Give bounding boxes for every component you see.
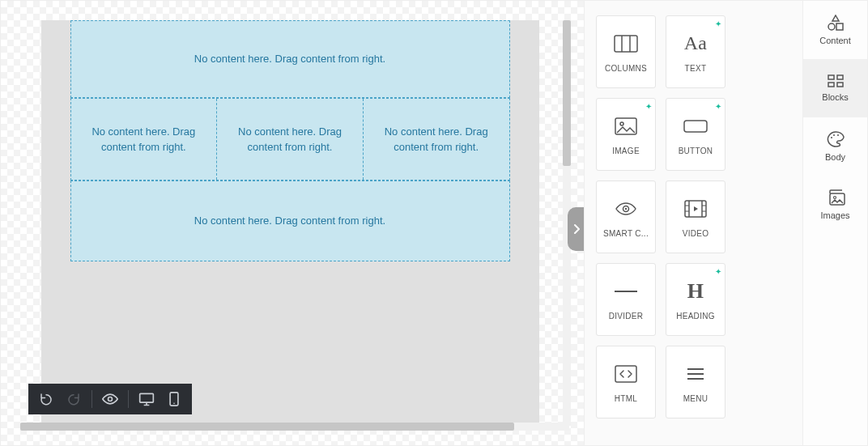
tile-html[interactable]: HTML xyxy=(596,346,656,418)
toolbar-separator xyxy=(91,390,92,408)
tile-label: IMAGE xyxy=(600,147,652,155)
svg-rect-26 xyxy=(828,75,834,79)
divider-icon xyxy=(614,279,638,304)
tab-label: Content xyxy=(819,36,851,45)
svg-rect-27 xyxy=(837,75,843,79)
text-icon: Aa xyxy=(684,32,708,56)
svg-rect-28 xyxy=(828,83,834,87)
horizontal-scrollbar[interactable] xyxy=(20,423,569,431)
drop-placeholder: No content here. Drag content from right… xyxy=(79,124,209,155)
tile-smart-content[interactable]: SMART C... xyxy=(596,181,656,253)
columns-icon xyxy=(614,32,638,56)
drop-placeholder: No content here. Drag content from right… xyxy=(225,124,355,155)
star-icon: ✦ xyxy=(715,102,721,111)
tile-label: SMART C... xyxy=(600,229,652,238)
drop-cell-3[interactable]: No content here. Drag content from right… xyxy=(363,99,509,180)
tile-label: COLUMNS xyxy=(600,64,652,73)
tab-content[interactable]: Content xyxy=(803,1,867,59)
drop-placeholder: No content here. Drag content from right… xyxy=(372,124,501,155)
bottom-toolbar xyxy=(28,384,192,414)
panel-collapse-handle[interactable] xyxy=(568,207,584,251)
content-panel: COLUMNS ✦ Aa TEXT ✦ IMAGE ✦ BUTTON SMART… xyxy=(584,1,802,445)
star-icon: ✦ xyxy=(645,102,652,111)
tab-label: Body xyxy=(825,152,845,162)
tile-divider[interactable]: DIVIDER xyxy=(596,263,656,336)
drop-row-1[interactable]: No content here. Drag content from right… xyxy=(70,20,510,98)
drop-cell-1[interactable]: No content here. Drag content from right… xyxy=(71,99,217,180)
undo-button[interactable] xyxy=(33,386,59,412)
undo-icon xyxy=(39,392,53,406)
scrollbar-thumb[interactable] xyxy=(563,20,571,166)
drop-placeholder: No content here. Drag content from right… xyxy=(194,213,385,229)
tile-image[interactable]: ✦ IMAGE xyxy=(596,98,656,171)
star-icon: ✦ xyxy=(715,19,721,28)
desktop-view-button[interactable] xyxy=(134,386,160,412)
sidebar-tabs: Content Blocks Body Images xyxy=(802,1,867,445)
heading-icon: H xyxy=(687,279,704,304)
drop-cell-2[interactable]: No content here. Drag content from right… xyxy=(216,99,363,180)
chevron-right-icon xyxy=(572,223,581,235)
canvas-scroll: No content here. Drag content from right… xyxy=(20,20,571,426)
button-icon xyxy=(683,114,708,138)
svg-point-0 xyxy=(108,397,113,401)
desktop-icon xyxy=(138,392,155,406)
tab-label: Images xyxy=(820,210,849,220)
tab-label: Blocks xyxy=(822,92,848,102)
tile-label: HEADING xyxy=(670,312,721,321)
eye-icon xyxy=(102,393,118,405)
tile-label: TEXT xyxy=(670,64,721,73)
tile-label: VIDEO xyxy=(670,229,721,238)
mobile-view-button[interactable] xyxy=(161,386,187,412)
canvas[interactable]: No content here. Drag content from right… xyxy=(41,20,539,426)
tab-blocks[interactable]: Blocks xyxy=(803,59,867,117)
scrollbar-thumb[interactable] xyxy=(20,423,514,431)
palette-icon xyxy=(827,131,845,147)
image-icon xyxy=(615,114,637,138)
svg-point-32 xyxy=(837,134,839,136)
svg-rect-20 xyxy=(615,366,636,382)
tile-menu[interactable]: MENU xyxy=(666,346,725,418)
svg-point-24 xyxy=(828,23,835,30)
menu-icon xyxy=(686,362,705,386)
tile-label: BUTTON xyxy=(670,147,721,155)
eye-gear-icon xyxy=(615,197,636,221)
tile-video[interactable]: VIDEO xyxy=(666,181,725,253)
svg-point-3 xyxy=(173,403,175,405)
svg-point-34 xyxy=(833,197,836,199)
drop-row-2: No content here. Drag content from right… xyxy=(70,98,510,181)
redo-icon xyxy=(66,392,81,406)
svg-point-8 xyxy=(620,122,623,125)
tile-text[interactable]: ✦ Aa TEXT xyxy=(666,15,725,88)
tab-body[interactable]: Body xyxy=(803,117,867,176)
toolbar-separator xyxy=(128,390,129,408)
grid-icon xyxy=(828,74,844,87)
svg-point-31 xyxy=(833,134,835,136)
tile-columns[interactable]: COLUMNS xyxy=(596,15,656,88)
canvas-area: No content here. Drag content from right… xyxy=(1,1,584,445)
shapes-icon xyxy=(827,15,845,31)
code-icon xyxy=(615,362,637,386)
svg-point-11 xyxy=(625,207,627,209)
svg-rect-25 xyxy=(836,23,843,30)
svg-point-30 xyxy=(831,137,832,138)
svg-rect-9 xyxy=(684,121,707,132)
tile-button[interactable]: ✦ BUTTON xyxy=(666,98,725,171)
drop-placeholder: No content here. Drag content from right… xyxy=(194,51,385,67)
tile-label: DIVIDER xyxy=(600,312,652,321)
redo-button[interactable] xyxy=(61,386,87,412)
images-icon xyxy=(826,189,845,206)
svg-rect-4 xyxy=(615,36,637,52)
tile-label: HTML xyxy=(600,394,652,403)
email-builder: No content here. Drag content from right… xyxy=(0,0,868,446)
svg-rect-29 xyxy=(837,83,843,87)
drop-row-3[interactable]: No content here. Drag content from right… xyxy=(70,181,510,261)
tab-images[interactable]: Images xyxy=(803,176,867,234)
star-icon: ✦ xyxy=(715,267,721,276)
preview-button[interactable] xyxy=(97,386,123,412)
tile-heading[interactable]: ✦ H HEADING xyxy=(666,263,725,336)
video-icon xyxy=(684,197,707,221)
tile-label: MENU xyxy=(670,394,721,403)
mobile-icon xyxy=(169,392,179,406)
svg-rect-1 xyxy=(140,393,154,402)
